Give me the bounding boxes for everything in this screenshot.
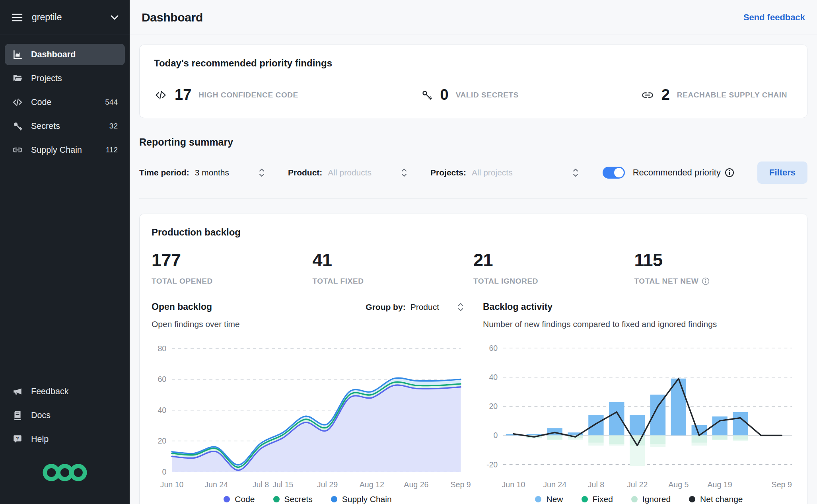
production-backlog-card: Production backlog 177 TOTAL OPENED 41 T… — [139, 214, 807, 504]
key-icon — [420, 89, 433, 101]
send-feedback-link[interactable]: Send feedback — [743, 12, 805, 23]
time-period-select[interactable]: Time period: 3 months — [139, 167, 265, 178]
link-icon — [12, 145, 23, 155]
svg-text:?: ? — [16, 436, 19, 442]
sidebar-item-label: Projects — [31, 74, 62, 84]
select-chevrons-icon — [572, 167, 579, 178]
sidebar-header: greptile — [0, 0, 130, 35]
svg-text:Jul 29: Jul 29 — [317, 480, 338, 489]
topbar: Dashboard Send feedback — [130, 0, 817, 35]
legend-dot — [331, 496, 337, 502]
sidebar-item-docs[interactable]: Docs — [5, 405, 125, 426]
priority-findings-card: Today's recommended priority findings 17… — [139, 45, 807, 118]
legend-label: Supply Chain — [342, 494, 392, 504]
sidebar-footer: Feedback Docs ? Help — [0, 381, 130, 504]
svg-text:Jul 15: Jul 15 — [272, 480, 293, 489]
legend-item-new: New — [535, 494, 563, 504]
filters-button[interactable]: Filters — [757, 162, 807, 184]
open-backlog-legend: Code Secrets Supply Chain — [152, 494, 464, 504]
chevron-down-icon[interactable] — [111, 15, 119, 20]
sidebar-item-dashboard[interactable]: Dashboard — [5, 44, 125, 65]
product-select[interactable]: Product: All products — [288, 167, 407, 178]
toggle-label: Recommended priority — [633, 167, 734, 178]
stat-label: REACHABLE SUPPLY CHAIN — [677, 91, 787, 99]
svg-text:20: 20 — [489, 402, 498, 411]
legend-label: Code — [235, 494, 255, 504]
svg-text:20: 20 — [158, 436, 166, 445]
stat-label: HIGH CONFIDENCE CODE — [198, 91, 298, 99]
legend-label: Net change — [700, 494, 743, 504]
priority-card-title: Today's recommended priority findings — [154, 58, 793, 69]
filter-value: All projects — [472, 168, 513, 177]
open-backlog-header: Open backlog Group by: Product — [152, 302, 464, 312]
sidebar-item-count: 32 — [109, 122, 118, 130]
sidebar-item-label: Feedback — [31, 387, 68, 397]
svg-text:Jun 24: Jun 24 — [204, 480, 228, 489]
sidebar-item-label: Docs — [31, 411, 51, 420]
toggle-label-text: Recommended priority — [633, 167, 721, 178]
group-by-value: Product — [410, 302, 439, 312]
legend-dot — [273, 496, 280, 502]
info-icon[interactable] — [702, 277, 710, 285]
stat-value: 115 — [634, 250, 796, 270]
svg-text:Aug 5: Aug 5 — [668, 480, 689, 489]
sidebar-item-feedback[interactable]: Feedback — [5, 381, 125, 402]
svg-text:Jul 8: Jul 8 — [253, 480, 269, 489]
hamburger-menu-icon[interactable] — [11, 13, 23, 22]
stat-value: 2 — [661, 86, 670, 103]
stat-reachable-supply-chain: 2 REACHABLE SUPPLY CHAIN — [641, 86, 787, 103]
stat-label: TOTAL OPENED — [152, 277, 313, 286]
filter-value: 3 months — [195, 168, 229, 177]
stat-label: TOTAL NET NEW — [634, 277, 796, 286]
stat-label-text: TOTAL NET NEW — [634, 277, 699, 286]
sidebar-item-code[interactable]: Code 544 — [5, 91, 125, 113]
stat-total-ignored: 21 TOTAL IGNORED — [473, 250, 634, 286]
legend-dot — [582, 496, 588, 502]
sidebar-item-supply-chain[interactable]: Supply Chain 112 — [5, 139, 125, 161]
backlog-activity-title: Backlog activity — [483, 302, 552, 312]
recommended-priority-toggle-group: Recommended priority Filters — [603, 162, 807, 184]
stat-valid-secrets: 0 VALID SECRETS — [420, 86, 519, 103]
svg-text:40: 40 — [158, 406, 166, 414]
legend-label: Ignored — [642, 494, 671, 504]
legend-label: New — [546, 494, 563, 504]
greptile-logo — [5, 452, 125, 500]
svg-text:Sep 9: Sep 9 — [772, 480, 792, 489]
svg-text:Jun 10: Jun 10 — [502, 480, 525, 489]
sidebar-item-label: Dashboard — [31, 50, 76, 60]
legend-item-net-change: Net change — [689, 494, 743, 504]
sidebar: greptile Dashboard Projects Code 544 — [0, 0, 130, 504]
legend-item-fixed: Fixed — [582, 494, 613, 504]
chart-icon — [12, 49, 23, 60]
stat-value: 17 — [175, 86, 191, 103]
code-icon — [154, 89, 167, 101]
sidebar-item-label: Help — [31, 434, 49, 444]
svg-text:Jul 8: Jul 8 — [588, 480, 605, 489]
stat-value: 0 — [440, 86, 449, 103]
help-bubble-icon: ? — [12, 434, 23, 444]
stat-total-opened: 177 TOTAL OPENED — [152, 250, 313, 286]
group-by-select[interactable]: Group by: Product — [366, 302, 464, 312]
recommended-priority-toggle[interactable] — [603, 167, 625, 179]
projects-select[interactable]: Projects: All projects — [430, 167, 579, 178]
sidebar-item-secrets[interactable]: Secrets 32 — [5, 115, 125, 137]
charts-row: Open backlog Group by: Product Open find… — [152, 302, 795, 504]
open-backlog-chart-panel: Open backlog Group by: Product Open find… — [152, 302, 464, 504]
org-name: greptile — [32, 12, 62, 23]
backlog-activity-legend: New Fixed Ignored Net change — [483, 494, 795, 504]
svg-text:40: 40 — [489, 373, 498, 381]
backlog-activity-chart-panel: Backlog activity Number of new findings … — [483, 302, 795, 504]
svg-text:Jun 10: Jun 10 — [160, 480, 184, 489]
svg-text:0: 0 — [162, 467, 166, 476]
sidebar-item-projects[interactable]: Projects — [5, 68, 125, 89]
svg-text:Jul 22: Jul 22 — [627, 480, 648, 489]
sidebar-item-help[interactable]: ? Help — [5, 428, 125, 450]
group-by-label: Group by: — [366, 302, 405, 312]
content: Today's recommended priority findings 17… — [130, 35, 817, 504]
stat-value: 177 — [152, 250, 313, 270]
filter-label: Product: — [288, 168, 322, 177]
backlog-card-title: Production backlog — [152, 227, 795, 238]
stat-value: 41 — [313, 250, 474, 270]
sidebar-item-count: 544 — [105, 98, 118, 107]
info-icon[interactable] — [725, 168, 734, 177]
